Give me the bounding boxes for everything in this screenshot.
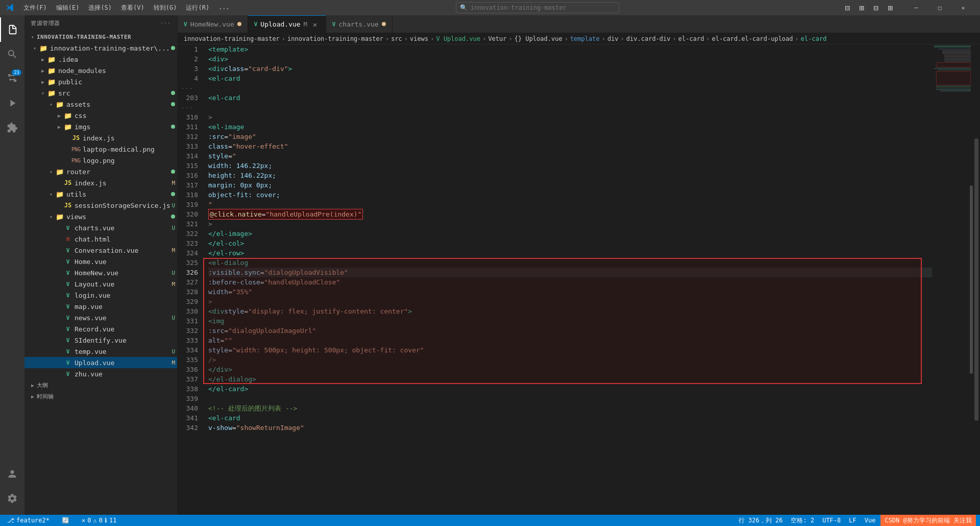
tree-item[interactable]: ▾ 📁 utils — [24, 188, 177, 200]
folder-chevron-icon: ▾ — [39, 90, 47, 96]
breadcrumb-item[interactable]: el-card.el-card-upload — [712, 35, 793, 42]
encoding-status[interactable]: UTF-8 — [819, 517, 844, 524]
menu-view[interactable]: 查看(V) — [117, 3, 149, 13]
menu-goto[interactable]: 转到(G) — [150, 3, 181, 13]
tree-item[interactable]: ▶ 📁 imgs — [24, 121, 177, 132]
breadcrumb-sep: › — [673, 35, 676, 42]
tree-item[interactable]: ▾ 📁 innovation-training-master\... — [24, 42, 177, 54]
editor-scrollbar[interactable] — [973, 44, 980, 515]
tree-item[interactable]: JS sessionStorageService.js U — [24, 200, 177, 211]
sync-status[interactable]: 🔄 — [59, 517, 72, 524]
folder-icon: 📁 — [47, 67, 56, 75]
minimap[interactable] — [932, 44, 973, 515]
tree-item[interactable]: ▶ 📁 .idea — [24, 54, 177, 65]
indentation-status[interactable]: 空格: 2 — [788, 516, 817, 525]
tree-item[interactable]: V map.vue — [24, 301, 177, 312]
split-editor-icon[interactable]: ⊟ — [841, 2, 853, 14]
code-content[interactable]: <template> <div> <div class="card-div"> … — [203, 44, 932, 515]
tree-item[interactable]: V HomeNew.vue U — [24, 267, 177, 278]
breadcrumb-sep: › — [602, 35, 605, 42]
tree-item[interactable]: V Conversation.vue M — [24, 245, 177, 256]
tree-item[interactable]: V zhu.vue — [24, 368, 177, 379]
scroll-thumb[interactable] — [974, 138, 978, 421]
breadcrumb-item[interactable]: views — [410, 35, 428, 42]
breadcrumb-item[interactable]: template — [570, 35, 600, 42]
menu-file[interactable]: 文件(F) — [19, 3, 51, 13]
vue-file-icon: V — [63, 371, 72, 377]
tree-item[interactable]: V Home.vue — [24, 256, 177, 267]
tree-item[interactable]: ▶ 📁 public — [24, 76, 177, 87]
tree-item[interactable]: ▾ 📁 src — [24, 87, 177, 99]
breadcrumb-item[interactable]: src — [391, 35, 402, 42]
extensions-activity-icon[interactable] — [0, 115, 24, 140]
tree-item[interactable]: ▾ 📁 views — [24, 211, 177, 222]
breadcrumb-item[interactable]: Vetur — [488, 35, 506, 42]
tree-item[interactable]: V Layout.vue M — [24, 278, 177, 290]
breadcrumb-item[interactable]: innovation-training-master — [184, 35, 280, 42]
breadcrumb-item[interactable]: div.card-div — [626, 35, 671, 42]
tree-item[interactable]: ▾ 📁 assets — [24, 99, 177, 110]
line-ending-label: LF — [849, 517, 856, 524]
breadcrumb-item[interactable]: el-card — [678, 35, 704, 42]
tab-charts-vue[interactable]: V charts.vue — [326, 15, 393, 33]
settings-activity-icon[interactable] — [0, 486, 24, 511]
sidebar-item-upload-vue[interactable]: V Upload.vue M — [24, 357, 177, 368]
tree-item[interactable]: PNG logo.png — [24, 155, 177, 166]
tab-modified-dot — [382, 22, 386, 26]
breadcrumb-item[interactable]: el-card — [801, 35, 827, 42]
tree-item[interactable]: ▶ 📁 css — [24, 110, 177, 121]
sidebar-item-router[interactable]: ▾ 📁 router — [24, 166, 177, 177]
breadcrumb-item[interactable]: innovation-training-master — [287, 35, 383, 42]
cursor-position-status[interactable]: 行 326，列 26 — [736, 516, 786, 525]
tree-item-label: imgs — [75, 123, 171, 131]
tree-item[interactable]: ▶ 📁 node_modules — [24, 65, 177, 76]
tab-upload-vue[interactable]: V Upload.vue M ✕ — [248, 15, 326, 33]
tree-item[interactable]: V charts.vue U — [24, 222, 177, 233]
tree-item[interactable]: V news.vue U — [24, 312, 177, 323]
breadcrumb-item[interactable]: div — [607, 35, 619, 42]
breadcrumb-item[interactable]: {} Upload.vue — [514, 35, 562, 42]
tree-item[interactable]: V temp.vue U — [24, 346, 177, 357]
account-activity-icon[interactable] — [0, 462, 24, 486]
toggle-sidebar-icon[interactable]: ⊞ — [855, 2, 868, 14]
tree-item[interactable]: PNG laptop-medical.png — [24, 144, 177, 155]
toggle-panel-icon[interactable]: ⊟ — [870, 2, 882, 14]
tree-item[interactable]: V login.vue — [24, 290, 177, 301]
code-line: :src="dialogUploadImageUrl" — [208, 326, 932, 336]
code-line: " — [208, 200, 932, 209]
code-line: /> — [208, 355, 932, 365]
tab-homenew-vue[interactable]: V HomeNew.vue — [178, 15, 248, 33]
breadcrumb-item[interactable]: V Upload.vue — [436, 35, 480, 42]
title-search-input[interactable] — [456, 2, 619, 13]
maximize-button[interactable]: □ — [928, 0, 951, 15]
tree-item[interactable]: H chat.html — [24, 233, 177, 245]
menu-more[interactable]: ... — [214, 3, 234, 13]
sidebar-more-icon[interactable]: ··· — [160, 20, 171, 27]
tree-item-label: temp.vue — [75, 348, 172, 355]
tree-item[interactable]: V Record.vue — [24, 323, 177, 334]
error-status[interactable]: ✕ 0 ⚠ 0 ℹ 11 — [79, 517, 119, 524]
menu-select[interactable]: 选择(S) — [84, 3, 116, 13]
sidebar-section-timeline[interactable]: ▶ 时间轴 — [24, 391, 177, 402]
tab-close-button[interactable]: ✕ — [310, 20, 320, 29]
run-activity-icon[interactable] — [0, 91, 24, 115]
source-control-activity-icon[interactable]: 23 — [0, 66, 24, 91]
close-button[interactable]: ✕ — [951, 0, 975, 15]
minimize-button[interactable]: ─ — [904, 0, 928, 15]
line-numbers: 1234···203···310311312313314315316317318… — [178, 44, 203, 515]
explorer-activity-icon[interactable] — [0, 17, 24, 42]
line-ending-status[interactable]: LF — [846, 517, 859, 524]
tree-item-label: index.js — [83, 134, 177, 142]
tree-item[interactable]: V SIdentify.vue — [24, 334, 177, 346]
tree-item[interactable]: JS index.js — [24, 132, 177, 144]
layout-icon[interactable]: ⊞ — [884, 2, 896, 14]
search-activity-icon[interactable] — [0, 42, 24, 66]
menu-edit[interactable]: 编辑(E) — [52, 3, 84, 13]
tree-root[interactable]: ▾ INNOVATION-TRAINING-MASTER — [24, 31, 177, 42]
menu-run[interactable]: 运行(R) — [182, 3, 213, 13]
tree-item[interactable]: JS index.js M — [24, 177, 177, 188]
sidebar-section-outline[interactable]: ▶ 大纲 — [24, 379, 177, 391]
language-status[interactable]: Vue — [862, 517, 879, 524]
git-branch-status[interactable]: ⎇ feature2* — [4, 517, 53, 524]
code-line: style=" — [208, 151, 932, 161]
